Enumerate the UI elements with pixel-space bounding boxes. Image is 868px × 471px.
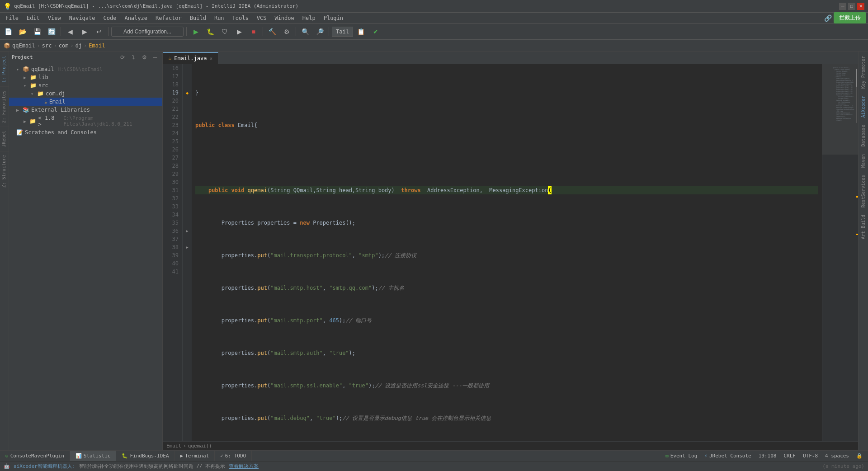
right-tool-artbuild[interactable]: Art Build bbox=[860, 212, 867, 242]
jrebel-area[interactable]: ⚡ JRebel Console bbox=[704, 453, 751, 459]
right-tool-key-promoter[interactable]: Key Promoter bbox=[860, 53, 867, 91]
right-tool-maven[interactable]: Maven bbox=[860, 151, 867, 170]
consolemaven-icon: ⊙ bbox=[5, 453, 9, 459]
menu-run[interactable]: Run bbox=[211, 14, 228, 22]
tail-icon-btn[interactable]: 📋 bbox=[355, 25, 368, 38]
tab-close-email[interactable]: × bbox=[209, 56, 212, 61]
upload-button[interactable]: 拦截上传 bbox=[834, 12, 866, 24]
right-tool-database[interactable]: Database bbox=[860, 122, 867, 149]
bottom-message-link[interactable]: 查看解决方案 bbox=[229, 463, 259, 470]
code-content[interactable]: } public class Email { public void qqema… bbox=[192, 64, 822, 441]
menu-window[interactable]: Window bbox=[271, 14, 297, 22]
side-tab-project[interactable]: 1: Project bbox=[0, 52, 9, 86]
hide-button[interactable]: ─ bbox=[151, 53, 160, 62]
menu-file[interactable]: File bbox=[2, 14, 22, 22]
menu-plugin[interactable]: Plugin bbox=[320, 14, 347, 22]
tree-item-scratches[interactable]: 📝 Scratches and Consoles bbox=[9, 128, 162, 137]
ln-19: 19 bbox=[166, 89, 179, 97]
status-tab-terminal[interactable]: ▶ Terminal bbox=[175, 451, 215, 462]
separator-5 bbox=[296, 27, 296, 36]
code-editor[interactable]: 16 17 18 19 20 21 22 23 24 25 26 27 28 2… bbox=[163, 64, 858, 441]
coverage-button[interactable]: 🛡 bbox=[218, 25, 231, 38]
side-tab-favorites[interactable]: 2: Favorites bbox=[0, 86, 9, 127]
event-log-area[interactable]: ✉ Event Log bbox=[665, 453, 697, 459]
breadcrumb-email[interactable]: Email bbox=[89, 42, 105, 49]
menu-view[interactable]: View bbox=[44, 14, 65, 22]
app-icon: 💡 bbox=[4, 3, 11, 10]
run-button[interactable]: ▶ bbox=[189, 25, 202, 38]
run-config-button[interactable]: Add Configuration... bbox=[111, 27, 184, 37]
arrow-src: ▾ bbox=[24, 83, 28, 88]
terminal-label: Terminal bbox=[185, 453, 209, 459]
findbugs-icon: 🐛 bbox=[122, 453, 128, 459]
menu-help[interactable]: Help bbox=[299, 14, 319, 22]
tree-item-lib[interactable]: ▶ 📁 lib bbox=[9, 73, 162, 81]
build-button[interactable]: 🔨 bbox=[266, 25, 278, 38]
todo-icon: ✓ bbox=[220, 453, 223, 459]
new-file-button[interactable]: 📄 bbox=[2, 25, 14, 38]
run2-button[interactable]: ▶ bbox=[233, 25, 245, 38]
tree-item-qqemail[interactable]: ▾ 📦 qqEmail H:\CSDN\qqEmail bbox=[9, 65, 162, 73]
status-tab-statistic[interactable]: 📊 Statistic bbox=[70, 451, 117, 462]
tree-item-comdj[interactable]: ▾ 📁 com.dj bbox=[9, 89, 162, 98]
breadcrumb-src[interactable]: src bbox=[42, 42, 52, 49]
debug-button[interactable]: 🐛 bbox=[204, 25, 217, 38]
editor-area: ☕ Email.java × 16 17 18 19 20 21 22 23 2… bbox=[163, 52, 858, 450]
menu-refactor[interactable]: Refactor bbox=[152, 14, 185, 22]
menu-edit[interactable]: Edit bbox=[23, 14, 43, 22]
ln-16: 16 bbox=[166, 64, 179, 72]
settings-tree-button[interactable]: ⚙ bbox=[140, 53, 149, 62]
status-tab-consolemaven[interactable]: ⊙ ConsoleMavenPlugin bbox=[0, 451, 70, 462]
folder-icon-qqemail: 📦 bbox=[23, 66, 29, 72]
tree-path-qqemail: H:\CSDN\qqEmail bbox=[58, 66, 103, 72]
menu-analyze[interactable]: Analyze bbox=[121, 14, 151, 22]
breadcrumb-project[interactable]: 📦 bbox=[4, 42, 10, 49]
title-bar-controls[interactable]: ─ □ ✕ bbox=[839, 3, 864, 10]
undo-button[interactable]: ↩ bbox=[93, 25, 105, 38]
ln-39: 39 bbox=[166, 251, 179, 259]
open-button[interactable]: 📂 bbox=[16, 25, 29, 38]
aixcoder-icon: 🔗 bbox=[824, 14, 832, 22]
menu-code[interactable]: Code bbox=[100, 14, 120, 22]
tree-item-email[interactable]: ☕ Email bbox=[9, 98, 162, 106]
tab-icon-email: ☕ bbox=[168, 55, 171, 61]
breadcrumb-com[interactable]: com bbox=[59, 42, 69, 49]
collapse-button[interactable]: ⤵ bbox=[129, 53, 138, 62]
status-tab-findbugs[interactable]: 🐛 FindBugs-IDEA bbox=[116, 451, 175, 462]
folder-icon-jdk: 📁 bbox=[29, 118, 36, 124]
side-tab-jrebel[interactable]: JRebel bbox=[0, 127, 9, 151]
breadcrumb-dj[interactable]: dj bbox=[75, 42, 82, 49]
sync-button[interactable]: ⟳ bbox=[118, 53, 127, 62]
folder-icon-src: 📁 bbox=[30, 82, 37, 89]
menu-build[interactable]: Build bbox=[186, 14, 210, 22]
maximize-button[interactable]: □ bbox=[848, 3, 855, 10]
minimize-button[interactable]: ─ bbox=[839, 3, 846, 10]
right-tool-aixcoder[interactable]: AiXcoder bbox=[860, 93, 867, 120]
stop-button[interactable]: ■ bbox=[247, 25, 260, 38]
right-tool-rest[interactable]: RestServices bbox=[860, 172, 867, 210]
menu-tools[interactable]: Tools bbox=[229, 14, 252, 22]
separator-2 bbox=[108, 27, 108, 36]
menu-navigate[interactable]: Navigate bbox=[66, 14, 99, 22]
back-button[interactable]: ◀ bbox=[64, 25, 76, 38]
menu-vcs[interactable]: VCS bbox=[253, 14, 270, 22]
tab-email-java[interactable]: ☕ Email.java × bbox=[163, 52, 218, 64]
settings-button[interactable]: ⚙ bbox=[280, 25, 293, 38]
close-button[interactable]: ✕ bbox=[857, 3, 864, 10]
tree-item-extlib[interactable]: ▶ 📚 External Libraries bbox=[9, 106, 162, 114]
save-button[interactable]: 💾 bbox=[31, 25, 43, 38]
search-button[interactable]: 🔍 bbox=[299, 25, 311, 38]
tree-item-jdk[interactable]: ▶ 📁 < 1.8 > C:\Program Files\Java\jdk1.8… bbox=[9, 114, 162, 128]
search2-button[interactable]: 🔎 bbox=[313, 25, 326, 38]
tree-item-src[interactable]: ▾ 📁 src bbox=[9, 81, 162, 89]
breadcrumb-qqemail[interactable]: qqEmail bbox=[12, 42, 35, 49]
code-line-16: } bbox=[195, 89, 818, 97]
forward-button[interactable]: ▶ bbox=[78, 25, 91, 38]
ln-31: 31 bbox=[166, 186, 179, 194]
refresh-button[interactable]: 🔄 bbox=[45, 25, 58, 38]
toolbar: 📄 📂 💾 🔄 ◀ ▶ ↩ Add Configuration... ▶ 🐛 🛡… bbox=[0, 24, 868, 40]
side-tab-structure[interactable]: Z: Structure bbox=[0, 151, 9, 191]
minimap-thumb bbox=[856, 69, 857, 87]
status-tab-todo[interactable]: ✓ 6: TODO bbox=[215, 451, 252, 462]
check-button[interactable]: ✔ bbox=[369, 25, 382, 38]
